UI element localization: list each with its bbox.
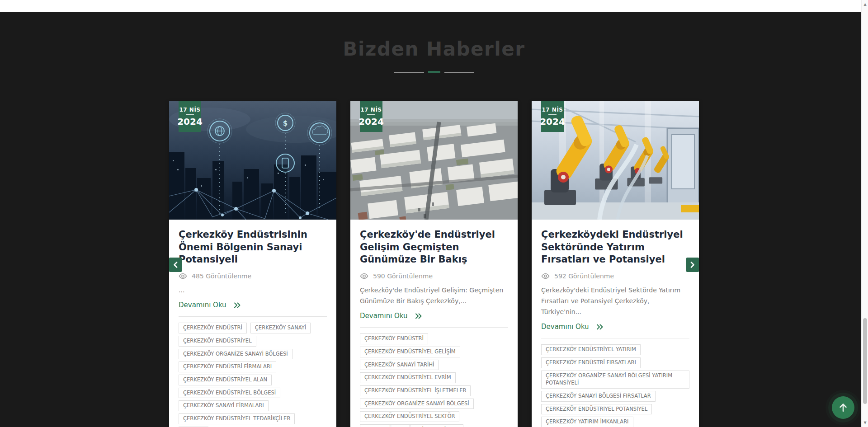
news-section: Bizden Haberler — [0, 12, 868, 427]
read-more-label: Devamını Oku — [179, 301, 226, 309]
news-title[interactable]: Çerkezköy Endüstrisinin Önemi Bölgenin S… — [179, 229, 327, 266]
news-tag[interactable]: ÇERKEZKÖY SANAYİ FİRMALARI — [179, 400, 269, 411]
date-day: 17 NİS — [179, 107, 200, 113]
news-tag[interactable]: ÇERKEZKÖY ENDÜSTRİYEL POTANSİYEL — [541, 404, 652, 415]
news-carousel: $ — [169, 101, 699, 427]
date-year: 2024 — [540, 116, 565, 127]
news-tag[interactable]: ÇERKEZKÖY ORGANİZE SANAYİ BÖLGESİ — [179, 349, 292, 360]
news-tag[interactable]: ÇERKEZKÖY ORGANİZE SANAYİ BÖLGESİ — [360, 399, 474, 409]
previous-section-edge — [0, 0, 868, 12]
news-card-body: Çerkezköydeki Endüstriyel Sektöründe Yat… — [532, 220, 699, 427]
date-badge: 17 NİS 2024 — [179, 101, 201, 132]
section-divider — [0, 71, 868, 73]
news-tag[interactable]: ÇERKEZKÖY ENDÜSTRİYEL EVRİM — [360, 372, 456, 383]
news-card-image[interactable]: $ — [169, 101, 336, 220]
news-tag[interactable]: ÇERKEZKÖY ENDÜSTRİYEL TESİSLER — [360, 424, 463, 427]
tag-list: ÇERKEZKÖY ENDÜSTRİÇERKEZKÖY SANAYİÇERKEZ… — [179, 323, 327, 427]
news-tag[interactable]: ÇERKEZKÖY YATIRIM İMKANLARI — [541, 417, 633, 427]
news-tag[interactable]: ÇERKEZKÖY ENDÜSTRİYEL YATIRIM — [541, 344, 641, 355]
chevron-left-icon — [173, 262, 178, 268]
views-count: 592 Görüntülenme — [554, 272, 614, 280]
views-row: 590 Görüntülenme — [360, 272, 508, 280]
scrollbar-track[interactable]: ▲ ▼ — [861, 0, 868, 427]
news-tag[interactable]: ÇERKEZKÖY ENDÜSTRİYEL İŞLETMELER — [360, 385, 471, 396]
date-day: 17 NİS — [542, 107, 563, 113]
eye-icon — [541, 272, 550, 280]
news-card: 17 NİS 2024 Çerkezköydeki Endüstriyel Se… — [532, 101, 699, 427]
divider-accent — [428, 71, 440, 73]
news-card: $ — [169, 101, 336, 427]
scroll-to-top-button[interactable] — [832, 396, 854, 419]
news-card: 17 NİS 2024 Çerkezköy'de Endüstriyel Gel… — [350, 101, 518, 427]
date-day: 17 NİS — [360, 107, 382, 113]
news-tag[interactable]: ÇERKEZKÖY ENDÜSTRİ — [360, 333, 428, 344]
eye-icon — [360, 272, 368, 280]
double-chevron-right-icon — [234, 302, 241, 308]
news-tag[interactable]: ÇERKEZKÖY SANAYİ — [250, 323, 311, 333]
scrollbar-thumb[interactable] — [863, 318, 867, 404]
news-excerpt: Çerkezköy'deki Endüstriyel Sektörde Yatı… — [541, 285, 689, 317]
news-title[interactable]: Çerkezköy'de Endüstriyel Gelişim Geçmişt… — [360, 229, 508, 266]
news-excerpt: Çerkezköy'de Endüstriyel Gelişim: Geçmiş… — [360, 285, 508, 306]
date-divider — [186, 114, 194, 115]
date-divider — [548, 114, 557, 115]
news-excerpt: ... — [179, 285, 327, 296]
scrollbar-down-arrow[interactable]: ▼ — [862, 419, 868, 426]
news-tag[interactable]: ÇERKEZKÖY ENDÜSTRİ — [179, 323, 247, 333]
views-row: 485 Görüntülenme — [179, 272, 327, 280]
views-count: 485 Görüntülenme — [192, 272, 251, 280]
card-divider — [179, 316, 327, 317]
read-more-link[interactable]: Devamını Oku — [360, 312, 422, 320]
news-tag[interactable]: ÇERKEZKÖY ENDÜSTRİYEL ALAN — [179, 375, 272, 385]
date-badge: 17 NİS 2024 — [541, 101, 564, 132]
date-year: 2024 — [359, 116, 384, 127]
date-badge: 17 NİS 2024 — [360, 101, 382, 132]
arrow-up-icon — [839, 403, 848, 413]
carousel-next-button[interactable] — [686, 258, 699, 272]
date-divider — [367, 114, 375, 115]
news-tag[interactable]: ÇERKEZKÖY ENDÜSTRİYEL BÖLGESİ — [179, 388, 280, 399]
section-title: Bizden Haberler — [0, 12, 868, 60]
chevron-right-icon — [690, 262, 695, 268]
news-card-image[interactable]: 17 NİS 2024 — [350, 101, 518, 220]
news-tag[interactable]: ÇERKEZKÖY ENDÜSTRİYEL TEDARİKÇİLER — [179, 413, 295, 424]
double-chevron-right-icon — [415, 313, 422, 319]
news-tag[interactable]: ÇERKEZKÖY ORGANİZE SANAYİ BÖLGESİ YATIRI… — [541, 371, 689, 389]
news-card-body: Çerkezköy'de Endüstriyel Gelişim Geçmişt… — [350, 220, 518, 427]
carousel-prev-button[interactable] — [169, 258, 182, 272]
news-card-body: Çerkezköy Endüstrisinin Önemi Bölgenin S… — [169, 220, 336, 427]
svg-text:$: $ — [283, 119, 288, 127]
news-tag[interactable]: ÇERKEZKÖY ENDÜSTRİYEL GELİŞİM — [360, 347, 460, 357]
read-more-label: Devamını Oku — [541, 323, 589, 331]
scrollbar-up-arrow[interactable]: ▲ — [862, 1, 868, 8]
news-cards-row: $ — [169, 101, 699, 427]
divider-line-right — [444, 72, 474, 73]
views-count: 590 Görüntülenme — [373, 272, 433, 280]
read-more-link[interactable]: Devamını Oku — [179, 301, 241, 309]
card-divider — [360, 327, 508, 328]
news-tag[interactable]: ÇERKEZKÖY SANAYİ TARİHİ — [360, 360, 439, 371]
card-divider — [541, 338, 689, 338]
read-more-link[interactable]: Devamını Oku — [541, 323, 604, 331]
divider-line-left — [394, 72, 424, 73]
tag-list: ÇERKEZKÖY ENDÜSTRİÇERKEZKÖY ENDÜSTRİYEL … — [360, 333, 508, 427]
news-tag[interactable]: ÇERKEZKÖY ENDÜSTRİYEL SEKTÖR — [360, 411, 459, 422]
date-year: 2024 — [177, 116, 203, 127]
news-title[interactable]: Çerkezköydeki Endüstriyel Sektöründe Yat… — [541, 229, 689, 266]
views-row: 592 Görüntülenme — [541, 272, 689, 280]
double-chevron-right-icon — [596, 324, 604, 330]
news-tag[interactable]: ÇERKEZKÖY ENDÜSTRİ FİRMALARI — [179, 361, 276, 372]
news-tag[interactable]: ÇERKEZKÖY SANAYİ BÖLGESİ FIRSATLAR — [541, 391, 656, 402]
tag-list: ÇERKEZKÖY ENDÜSTRİYEL YATIRIMÇERKEZKÖY E… — [541, 344, 689, 427]
news-tag[interactable]: ÇERKEZKÖY ENDÜSTRİ FIRSATLARI — [541, 357, 641, 368]
read-more-label: Devamını Oku — [360, 312, 408, 320]
news-card-image[interactable]: 17 NİS 2024 — [532, 101, 699, 220]
eye-icon — [179, 272, 187, 280]
news-tag[interactable]: ÇERKEZKÖY ENDÜSTRİYEL — [179, 336, 256, 347]
